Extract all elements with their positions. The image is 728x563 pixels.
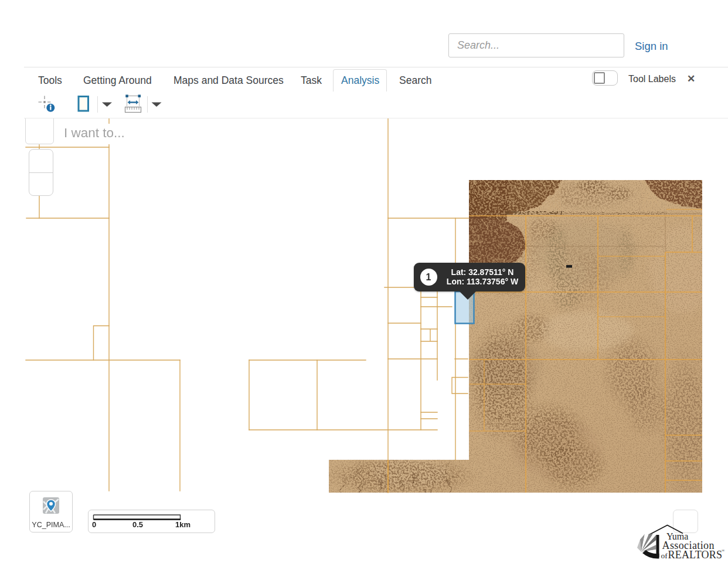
svg-text:®: ®	[722, 548, 725, 553]
svg-text:1km: 1km	[175, 520, 190, 529]
svg-text:REALTORS: REALTORS	[668, 549, 723, 561]
svg-text:0.5: 0.5	[132, 520, 143, 529]
svg-text:of: of	[661, 551, 668, 560]
svg-text:0: 0	[92, 520, 96, 529]
